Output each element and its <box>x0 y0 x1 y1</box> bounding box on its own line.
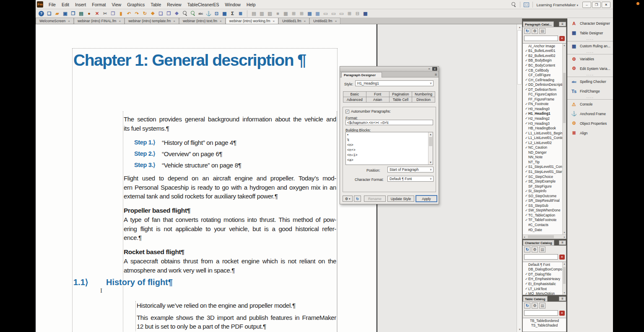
menu-item[interactable]: Window <box>222 0 244 9</box>
menu-item[interactable]: File <box>46 0 59 9</box>
close-icon[interactable]: × <box>220 19 222 23</box>
save-icon[interactable]: ▣ <box>62 10 69 17</box>
autonumber-checkbox[interactable]: ✓ <box>345 110 349 113</box>
document-tab[interactable]: Untitled2.fm × <box>309 18 340 24</box>
menu-item[interactable]: Graphics <box>124 0 148 9</box>
table-column-right-icon[interactable]: ▨ <box>266 10 273 17</box>
catalog-item[interactable]: ✓ SE_StepExample <box>523 179 562 184</box>
equations-icon[interactable]: Σ <box>229 10 236 17</box>
clear-search-icon[interactable]: ✕ <box>559 36 565 41</box>
catalog-item[interactable]: ✓ S1_StepLevel01_Start <box>523 169 562 174</box>
scroll-down-icon[interactable]: ▼ <box>563 231 566 234</box>
building-block-item[interactable]: \t <box>346 137 428 142</box>
designer-tab[interactable]: Advanced <box>343 97 366 103</box>
clear-search-icon[interactable]: ✕ <box>559 255 565 260</box>
options-gear-button[interactable]: ⚙▾ <box>343 196 353 202</box>
dock-button[interactable]: ⚙ Object Properties <box>567 118 613 128</box>
bring-front-icon[interactable]: ❖ <box>173 10 180 17</box>
open-folder-icon[interactable]: ▰ <box>54 10 61 17</box>
designer-tab[interactable]: Asian <box>366 97 390 103</box>
dock-button[interactable]: Ts Find/Change <box>567 86 613 96</box>
designer-tab[interactable]: Pagination <box>389 91 413 97</box>
catalog-item[interactable]: ✓ SI_StepInfo <box>523 188 562 193</box>
restore-button[interactable]: ❐ <box>592 2 601 8</box>
designer-tab[interactable]: Direction <box>412 97 435 103</box>
table-align-bottom-icon[interactable]: ▭ <box>338 10 345 17</box>
building-blocks-list[interactable]: •\t<n><n+><n=1><a> ▲ ▼ <box>345 132 433 165</box>
dock-button[interactable]: ⚠ Console <box>567 99 613 109</box>
catalog-item[interactable]: ✓ FN_Footnote <box>523 102 562 107</box>
catalog-item[interactable]: ✓ L1_ListLevel01_Begin <box>523 131 562 136</box>
table-align-top-icon[interactable]: ▭ <box>322 10 329 17</box>
workspace-switcher[interactable]: Learning FrameMaker ▾ <box>536 3 578 7</box>
trash-icon[interactable]: ▤ <box>539 28 545 34</box>
close-icon[interactable]: × <box>119 19 121 23</box>
close-button[interactable]: ✕ <box>602 2 610 8</box>
catalog-item[interactable]: ✓ H3_Heading3 <box>523 121 562 126</box>
building-block-item[interactable]: • <box>346 132 428 137</box>
scroll-up-icon[interactable]: ▲ <box>563 44 566 47</box>
catalog-item[interactable]: ✓ TF_TableFootnote <box>523 218 562 223</box>
scroll-down-icon[interactable]: ▼ <box>563 291 566 295</box>
catalog-scrollbar[interactable]: ▲ ▼ <box>562 262 566 295</box>
catalog-search-input[interactable] <box>524 310 558 316</box>
document-tab[interactable]: webinar (intro) text.fm × <box>179 18 226 24</box>
catalog-item[interactable]: ✓ L1_ListLevel01_Contin <box>523 135 562 140</box>
refresh-icon[interactable]: ↻ <box>524 247 530 252</box>
catalog-item[interactable]: ✓ DT_DefintionTerm <box>523 87 562 92</box>
trash-icon[interactable]: ▤ <box>539 247 545 252</box>
catalog-item[interactable]: ND_Danger <box>523 150 562 155</box>
catalog-item[interactable]: ✓ TC_TableCaption <box>523 213 562 218</box>
dock-button[interactable]: ▦ Table Designer <box>567 28 613 38</box>
scroll-up-icon[interactable]: ▲ <box>517 24 522 30</box>
catalog-item[interactable]: ✓ CB_CellBody <box>523 68 562 73</box>
catalog-item[interactable]: TS_TableShaded <box>523 323 566 328</box>
gear-icon[interactable]: ⚙ <box>532 28 538 34</box>
table-align-middle-icon[interactable]: ▭ <box>330 10 337 17</box>
menu-item[interactable]: Table <box>148 0 164 9</box>
character-catalog-tab[interactable]: Character Catalog <box>523 240 554 245</box>
catalog-item[interactable]: ✓ SS_StepSub <box>523 203 562 208</box>
text-frame[interactable]: Chapter 1: General description ¶ The sec… <box>72 48 338 332</box>
scroll-right-icon[interactable]: ► <box>564 236 566 238</box>
catalog-item[interactable]: SF_StepFigure <box>523 184 562 189</box>
catalog-hscrollbar[interactable]: ◄ ► <box>523 234 566 239</box>
catalog-item[interactable]: ✓ SW_StepWhenDone <box>523 208 562 213</box>
catalog-item[interactable]: #C_Contacts <box>523 222 562 227</box>
dock-button[interactable]: ▦ Custom Ruling an... <box>567 41 613 51</box>
catalog-item[interactable]: ✓ NC_Caution <box>523 145 562 150</box>
refresh-icon[interactable]: ↻ <box>524 303 530 309</box>
catalog-item[interactable]: HB_HeadingBook <box>523 126 562 131</box>
building-block-item[interactable]: <a> <box>346 157 428 162</box>
collapse-panel-icon[interactable]: « <box>428 67 430 71</box>
catalog-item[interactable]: ✓ H1_Heading1 <box>523 111 562 116</box>
catalog-item[interactable]: ✓ MO_MenuOption <box>523 291 562 295</box>
search-icon[interactable] <box>511 2 517 8</box>
framemaker-logo-icon[interactable]: Fm <box>37 1 43 8</box>
catalog-item[interactable]: ✓ SO_StepOutcome <box>523 193 562 198</box>
catalog-item[interactable]: ✓ BB_BodyBegin <box>523 58 562 63</box>
catalog-item[interactable]: ✓ EH_EmphasisHeavy <box>523 277 562 282</box>
table-select-icon[interactable]: ⊟ <box>354 10 361 17</box>
scrollbar-thumb[interactable] <box>528 235 554 238</box>
copy-icon[interactable]: ❐ <box>109 10 117 17</box>
character-format-select[interactable]: Default ¶ Font ∨ <box>387 176 434 182</box>
paragraph-catalog-tab[interactable]: Paragraph Catal... <box>523 21 554 27</box>
catalog-item[interactable]: CF_CellFigure <box>523 72 562 77</box>
close-icon[interactable]: × <box>335 19 337 23</box>
catalog-item[interactable]: ✓ H2_Heading2 <box>523 116 562 121</box>
table-shading-icon[interactable]: ■ <box>274 10 281 17</box>
menu-item[interactable]: View <box>109 0 125 9</box>
close-icon[interactable]: × <box>68 19 70 23</box>
catalog-item[interactable]: FC_FigureCaption <box>523 92 562 97</box>
document-tab[interactable]: webinar (intro) template.fm × <box>125 18 179 24</box>
table-add-row-icon[interactable]: ⊞ <box>290 10 297 17</box>
minimize-button[interactable]: – <box>582 2 591 8</box>
scroll-down-icon[interactable]: ▼ <box>428 160 433 165</box>
catalog-item[interactable]: ✓ BC_BodyContent <box>523 63 562 68</box>
catalog-item[interactable]: ✓ S1_StepLevel01_Cont <box>523 165 562 170</box>
catalog-item[interactable]: FF_FigureFrame <box>523 97 562 102</box>
step-text[interactable]: “Overview” on page 6¶ <box>162 149 222 159</box>
dialog-titlebar[interactable]: « ✕ <box>340 67 439 72</box>
table-resize-icon[interactable]: ⊞ <box>346 10 353 17</box>
